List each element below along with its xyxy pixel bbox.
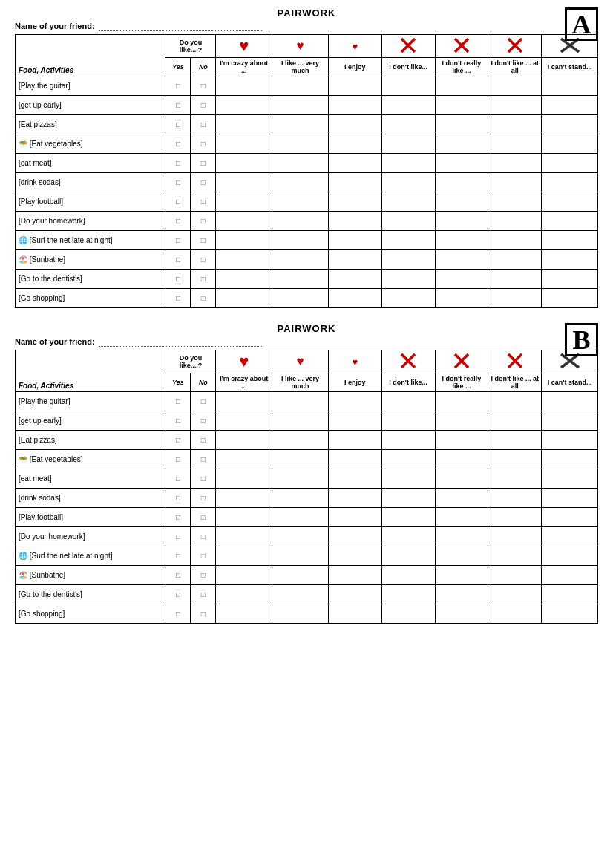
- rating-cell: [381, 270, 435, 289]
- yes-checkbox[interactable]: □: [165, 566, 191, 585]
- yes-checkbox[interactable]: □: [165, 154, 191, 173]
- yes-checkbox[interactable]: □: [165, 411, 191, 431]
- activity-cell: 🌐 [Surf the net late at night]: [16, 231, 165, 250]
- rating-cell: [216, 546, 272, 566]
- no-checkbox[interactable]: □: [191, 96, 216, 115]
- yes-checkbox[interactable]: □: [165, 173, 191, 192]
- rating-cell: [542, 96, 598, 115]
- rating-cell: [488, 450, 542, 469]
- table-row: 🏖️ [Sunbathe]□□: [16, 250, 598, 270]
- yes-checkbox[interactable]: □: [165, 250, 191, 270]
- no-checkbox[interactable]: □: [191, 231, 216, 250]
- yes-checkbox[interactable]: □: [165, 469, 191, 489]
- yes-checkbox[interactable]: □: [165, 270, 191, 289]
- yes-checkbox[interactable]: □: [165, 96, 191, 115]
- no-checkbox[interactable]: □: [191, 76, 216, 96]
- yes-checkbox[interactable]: □: [165, 192, 191, 212]
- no-checkbox[interactable]: □: [191, 212, 216, 231]
- rating-cell: [272, 250, 329, 270]
- rating-cell: [542, 289, 598, 308]
- rating-cell: [435, 450, 488, 469]
- yes-checkbox[interactable]: □: [165, 489, 191, 508]
- rating-cell: [328, 527, 381, 546]
- no-checkbox[interactable]: □: [191, 115, 216, 134]
- no-checkbox[interactable]: □: [191, 192, 216, 212]
- yes-checkbox[interactable]: □: [165, 604, 191, 624]
- yes-checkbox[interactable]: □: [165, 546, 191, 566]
- rating-cell: [272, 289, 329, 308]
- x-col4-icon-b: [381, 350, 435, 373]
- no-checkbox[interactable]: □: [191, 489, 216, 508]
- rating-cell: [272, 604, 329, 624]
- activity-cell: [get up early]: [16, 411, 165, 431]
- x-col6-icon-b: [488, 350, 542, 373]
- rating-cell: [488, 289, 542, 308]
- yes-checkbox[interactable]: □: [165, 585, 191, 604]
- table-row: [Do your homework]□□: [16, 212, 598, 231]
- rating-cell: [381, 289, 435, 308]
- col6-header-b: I don't like ... at all: [488, 373, 542, 392]
- rating-cell: [272, 192, 329, 212]
- yes-checkbox[interactable]: □: [165, 392, 191, 411]
- no-checkbox[interactable]: □: [191, 566, 216, 585]
- no-checkbox[interactable]: □: [191, 431, 216, 450]
- no-checkbox[interactable]: □: [191, 450, 216, 469]
- table-row: [Play football]□□: [16, 508, 598, 527]
- rating-cell: [216, 134, 272, 154]
- rating-cell: [216, 469, 272, 489]
- col5-header-b: I don't really like ...: [435, 373, 488, 392]
- rating-cell: [435, 270, 488, 289]
- yes-checkbox[interactable]: □: [165, 450, 191, 469]
- no-checkbox[interactable]: □: [191, 508, 216, 527]
- rating-cell: [488, 469, 542, 489]
- no-checkbox[interactable]: □: [191, 527, 216, 546]
- yes-checkbox[interactable]: □: [165, 231, 191, 250]
- rating-cell: [216, 392, 272, 411]
- x-col5-icon-a: [435, 35, 488, 58]
- rating-cell: [381, 76, 435, 96]
- rating-cell: [272, 527, 329, 546]
- rating-cell: [488, 76, 542, 96]
- heart-col1-icon-a: ♥: [216, 35, 272, 58]
- no-checkbox[interactable]: □: [191, 604, 216, 624]
- rating-cell: [542, 154, 598, 173]
- rating-cell: [216, 173, 272, 192]
- yes-checkbox[interactable]: □: [165, 134, 191, 154]
- no-checkbox[interactable]: □: [191, 289, 216, 308]
- no-checkbox[interactable]: □: [191, 173, 216, 192]
- rating-cell: [435, 192, 488, 212]
- rating-cell: [435, 76, 488, 96]
- activity-header-a: Food, Activities: [16, 35, 165, 76]
- corner-letter-b: B: [565, 323, 598, 356]
- rating-cell: [216, 231, 272, 250]
- yes-checkbox[interactable]: □: [165, 431, 191, 450]
- section-a-title: PAIRWORK: [15, 7, 598, 19]
- no-checkbox[interactable]: □: [191, 250, 216, 270]
- rating-cell: [381, 250, 435, 270]
- no-checkbox[interactable]: □: [191, 154, 216, 173]
- heart-col3-icon-a: ♥: [328, 35, 381, 58]
- table-row: 🏖️ [Sunbathe]□□: [16, 566, 598, 585]
- yes-checkbox[interactable]: □: [165, 527, 191, 546]
- no-checkbox[interactable]: □: [191, 546, 216, 566]
- heart-col3-icon-b: ♥: [328, 350, 381, 373]
- no-checkbox[interactable]: □: [191, 411, 216, 431]
- yes-checkbox[interactable]: □: [165, 115, 191, 134]
- yes-checkbox[interactable]: □: [165, 289, 191, 308]
- rating-cell: [328, 231, 381, 250]
- no-checkbox[interactable]: □: [191, 585, 216, 604]
- no-checkbox[interactable]: □: [191, 469, 216, 489]
- yes-checkbox[interactable]: □: [165, 212, 191, 231]
- rating-cell: [328, 431, 381, 450]
- yes-checkbox[interactable]: □: [165, 508, 191, 527]
- yes-header-a: Yes: [165, 58, 191, 76]
- heart-col2-icon-a: ♥: [272, 35, 329, 58]
- activity-cell: [drink sodas]: [16, 173, 165, 192]
- no-checkbox[interactable]: □: [191, 134, 216, 154]
- activity-cell: [Do your homework]: [16, 212, 165, 231]
- no-checkbox[interactable]: □: [191, 392, 216, 411]
- rating-cell: [435, 508, 488, 527]
- yes-checkbox[interactable]: □: [165, 76, 191, 96]
- rating-cell: [216, 508, 272, 527]
- no-checkbox[interactable]: □: [191, 270, 216, 289]
